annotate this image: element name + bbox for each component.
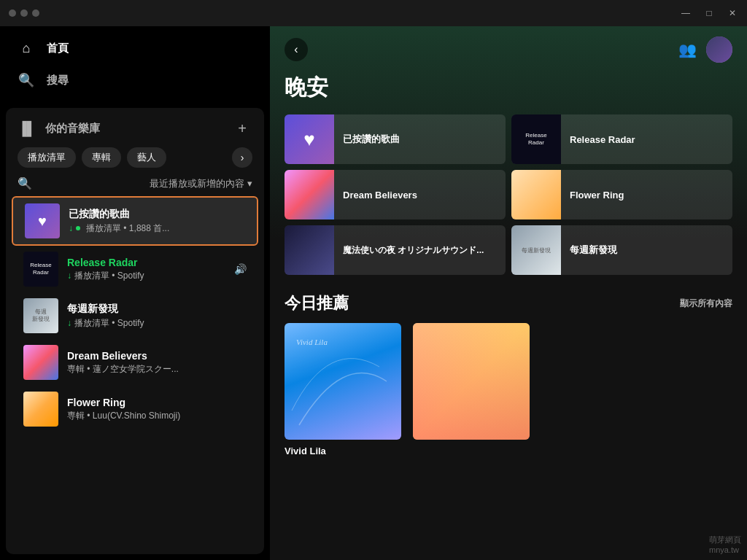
flower-thumb — [23, 392, 58, 427]
liked-songs-info: 已按讚的歌曲 ↓ 播放清單 • 1,888 首... — [69, 208, 245, 235]
album-vivid-thumb: Vivid Lila — [285, 323, 401, 440]
show-all-button[interactable]: 顯示所有內容 — [680, 298, 732, 310]
filter-pill-playlist[interactable]: 播放清單 — [18, 147, 76, 168]
albums-row: Vivid Lila Vivid Lila — [270, 323, 747, 472]
dream-thumb — [23, 345, 58, 380]
library-item-weekly[interactable]: 每週新發現 每週新發現 ↓ 播放清單 • Spotify — [12, 292, 258, 339]
sidebar-item-home[interactable]: ⌂ 首頁 — [12, 32, 258, 64]
quick-card-magic[interactable]: 魔法使いの夜 オリジナルサウンド... — [285, 225, 506, 275]
weekly-meta-icon: ↓ — [67, 318, 71, 328]
quick-flower-label: Flower Ring — [561, 190, 632, 201]
liked-meta-icon: ↓ — [69, 223, 73, 233]
album-vivid-title: Vivid Lila — [285, 446, 401, 456]
home-icon: ⌂ — [18, 39, 35, 57]
radar-thumb: ReleaseRadar — [23, 252, 58, 287]
titlebar-dot-2 — [20, 9, 28, 17]
library-list: ♥ 已按讚的歌曲 ↓ 播放清單 • 1,888 首... ReleaseRada… — [6, 196, 264, 554]
weekly-info: 每週新發現 ↓ 播放清單 • Spotify — [67, 303, 247, 330]
friends-activity-button[interactable]: 👥 — [674, 36, 700, 63]
library-header: ▐▌ 你的音樂庫 + — [6, 108, 264, 144]
album-anime-thumb — [413, 323, 530, 440]
quick-weekly-label: 每週新發現 — [561, 244, 626, 257]
dream-name: Dream Believers — [67, 350, 247, 362]
radar-meta: ↓ 播放清單 • Spotify — [67, 270, 222, 282]
search-icon: 🔍 — [18, 71, 35, 89]
watermark: 萌芽網頁mnya.tw — [709, 534, 741, 554]
library-item-radar[interactable]: ReleaseRadar Release Radar ↓ 播放清單 • Spot… — [12, 246, 258, 292]
user-avatar[interactable] — [706, 36, 732, 63]
quick-dream-thumb — [285, 170, 334, 219]
liked-songs-thumb: ♥ — [25, 203, 60, 238]
playing-icon: 🔊 — [234, 263, 247, 275]
today-section-title: 今日推薦 — [285, 292, 349, 314]
library-item-flower[interactable]: Flower Ring 専輯 • Luu(CV.Shino Shimoji) — [12, 386, 258, 432]
library-add-button[interactable]: + — [232, 118, 252, 139]
quick-card-dream[interactable]: Dream Believers — [285, 170, 506, 219]
dream-info: Dream Believers 専輯 • 蓮ノ空女学院スクー... — [67, 350, 247, 376]
quick-card-radar[interactable]: ReleaseRadar Release Radar — [511, 114, 732, 164]
liked-songs-meta: ↓ 播放清單 • 1,888 首... — [69, 222, 245, 235]
quick-weekly-thumb: 每週新發現 — [511, 225, 561, 275]
quick-radar-label: Release Radar — [561, 134, 644, 145]
library-title-row: ▐▌ 你的音樂庫 — [18, 121, 100, 136]
radar-info: Release Radar ↓ 播放清單 • Spotify — [67, 257, 222, 282]
back-button[interactable]: ‹ — [285, 38, 308, 61]
sidebar-item-search[interactable]: 🔍 搜尋 — [12, 64, 258, 96]
main-content: ‹ 👥 晚安 ♥ 已按讚的歌曲 ReleaseRadar — [270, 26, 747, 560]
quick-radar-thumb: ReleaseRadar — [511, 114, 561, 164]
sidebar-search-label: 搜尋 — [47, 74, 69, 88]
quick-card-liked[interactable]: ♥ 已按讚的歌曲 — [285, 114, 506, 164]
radar-meta-icon: ↓ — [67, 271, 71, 281]
filter-pill-album[interactable]: 專輯 — [82, 147, 121, 168]
quick-magic-thumb — [285, 225, 334, 275]
flower-meta: 専輯 • Luu(CV.Shino Shimoji) — [67, 410, 247, 422]
today-section-header: 今日推薦 顯示所有內容 — [270, 292, 747, 323]
quick-grid: ♥ 已按讚的歌曲 ReleaseRadar Release Radar Drea… — [270, 114, 747, 292]
library-title: 你的音樂庫 — [45, 122, 100, 136]
dream-meta: 専輯 • 蓮ノ空女学院スクー... — [67, 363, 247, 376]
weekly-name: 每週新發現 — [67, 303, 247, 316]
header-actions: 👥 — [674, 36, 732, 63]
library-sort-chevron: ▾ — [247, 178, 252, 189]
flower-info: Flower Ring 専輯 • Luu(CV.Shino Shimoji) — [67, 397, 247, 422]
album-card-vivid[interactable]: Vivid Lila Vivid Lila — [285, 323, 401, 458]
filter-pill-artist[interactable]: 藝人 — [127, 147, 166, 168]
sidebar-home-label: 首頁 — [47, 42, 69, 55]
main-header: ‹ 👥 — [270, 26, 747, 73]
quick-flower-thumb — [511, 170, 561, 219]
library-section: ▐▌ 你的音樂庫 + 播放清單 專輯 藝人 › 🔍 最近播放或新增的內容 ▾ — [6, 108, 264, 554]
sidebar-nav: ⌂ 首頁 🔍 搜尋 — [0, 26, 270, 102]
library-item-dream[interactable]: Dream Believers 専輯 • 蓮ノ空女学院スクー... — [12, 339, 258, 386]
sidebar: ⌂ 首頁 🔍 搜尋 ▐▌ 你的音樂庫 + 播放清單 專輯 藝人 › — [0, 26, 270, 560]
app-layout: ⌂ 首頁 🔍 搜尋 ▐▌ 你的音樂庫 + 播放清單 專輯 藝人 › — [0, 26, 747, 560]
quick-liked-thumb: ♥ — [285, 114, 334, 164]
titlebar-dot-1 — [9, 9, 16, 17]
titlebar-controls: — □ ✕ — [680, 7, 738, 19]
library-sort-label: 最近播放或新增的內容 — [150, 177, 244, 190]
titlebar-dots — [9, 9, 39, 17]
titlebar-dot-3 — [32, 9, 39, 17]
library-item-liked[interactable]: ♥ 已按讚的歌曲 ↓ 播放清單 • 1,888 首... — [12, 196, 258, 246]
library-search-icon[interactable]: 🔍 — [18, 176, 32, 190]
quick-magic-label: 魔法使いの夜 オリジナルサウンド... — [334, 244, 492, 257]
quick-liked-label: 已按讚的歌曲 — [334, 133, 409, 146]
liked-songs-name: 已按讚的歌曲 — [69, 208, 245, 221]
close-button[interactable]: ✕ — [727, 7, 738, 19]
library-search-row: 🔍 最近播放或新增的內容 ▾ — [6, 175, 264, 196]
minimize-button[interactable]: — — [680, 7, 692, 19]
album-card-anime[interactable] — [413, 323, 530, 458]
library-sort-button[interactable]: 最近播放或新增的內容 ▾ — [150, 177, 252, 190]
greeting-text: 晚安 — [270, 73, 747, 114]
library-icon: ▐▌ — [18, 121, 36, 136]
weekly-thumb: 每週新發現 — [23, 298, 58, 333]
flower-name: Flower Ring — [67, 397, 247, 408]
quick-dream-label: Dream Believers — [334, 190, 426, 201]
radar-name: Release Radar — [67, 257, 222, 268]
maximize-button[interactable]: □ — [703, 7, 715, 19]
quick-card-flower[interactable]: Flower Ring — [511, 170, 732, 219]
quick-card-weekly[interactable]: 每週新發現 每週新發現 — [511, 225, 732, 275]
titlebar: — □ ✕ — [0, 0, 747, 26]
filter-pills: 播放清單 專輯 藝人 › — [6, 144, 264, 175]
filter-chevron-button[interactable]: › — [232, 147, 252, 168]
weekly-meta: ↓ 播放清單 • Spotify — [67, 317, 247, 330]
